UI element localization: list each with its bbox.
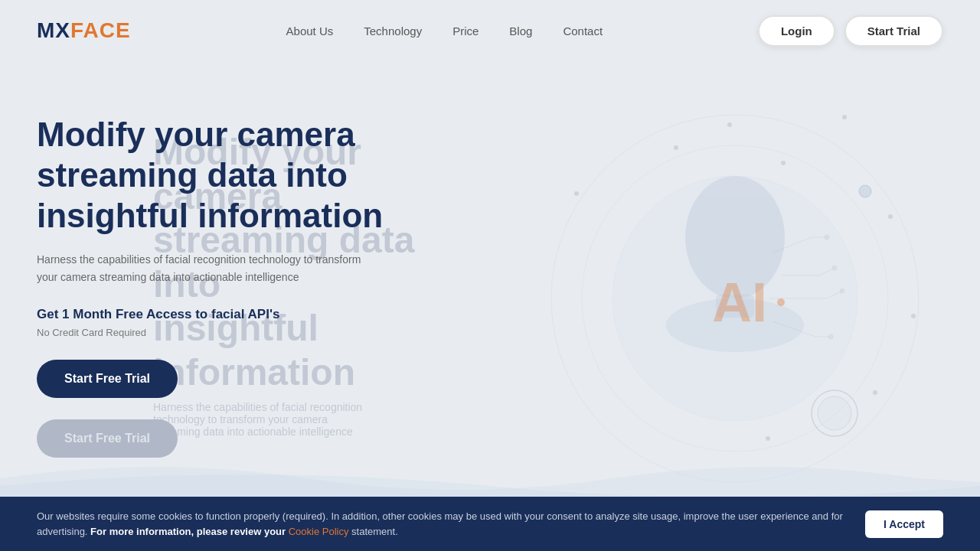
dot-2 (674, 145, 678, 150)
hero-title: Modify your camera streaming data into i… (37, 115, 435, 236)
dot-9 (574, 191, 579, 196)
cookie-text-bold: For more information, please review your (90, 526, 289, 537)
svg-point-12 (828, 334, 833, 339)
svg-point-5 (859, 185, 871, 197)
cookie-policy-link[interactable]: Cookie Policy (289, 526, 349, 537)
svg-point-11 (840, 289, 844, 293)
svg-point-10 (832, 266, 837, 270)
logo[interactable]: MXFACE (37, 18, 131, 43)
dot-3 (781, 161, 786, 165)
cta-buttons: Start Free Trial Start Free Trial (37, 360, 435, 458)
cookie-accept-button[interactable]: I Accept (865, 510, 943, 538)
dot-8 (766, 436, 770, 441)
svg-point-9 (825, 235, 829, 240)
header: MXFACE About Us Technology Price Blog Co… (0, 0, 980, 61)
ai-illustration-svg: AI (536, 99, 934, 497)
hero-offer-title: Get 1 Month Free Access to facial API's (37, 307, 435, 322)
dot-4 (842, 115, 847, 119)
cta-secondary-button[interactable]: Start Free Trial (37, 419, 178, 458)
start-trial-button[interactable]: Start Trial (844, 15, 943, 47)
hero-description: Harness the capabilities of facial recog… (37, 251, 366, 285)
nav-price[interactable]: Price (452, 24, 479, 37)
cta-primary-button[interactable]: Start Free Trial (37, 360, 178, 398)
hero-section: Modify your camerastreaming data intoins… (0, 61, 980, 505)
svg-point-4 (818, 396, 851, 430)
dot-5 (888, 214, 893, 219)
nav-about-us[interactable]: About Us (286, 24, 334, 37)
hero-content: Modify your camera streaming data into i… (37, 92, 435, 458)
dot-1 (727, 122, 732, 127)
login-button[interactable]: Login (758, 15, 835, 47)
cookie-text-end: statement. (351, 526, 398, 537)
ai-visual: AI (536, 99, 934, 497)
nav-blog[interactable]: Blog (509, 24, 532, 37)
svg-text:AI: AI (712, 272, 767, 333)
dot-7 (873, 390, 877, 395)
logo-text: MXFACE (37, 18, 131, 43)
hero-offer-subtitle: No Credit Card Required (37, 327, 435, 338)
main-nav: About Us Technology Price Blog Contact (286, 24, 603, 37)
svg-point-14 (777, 298, 785, 306)
logo-face: FACE (70, 18, 131, 42)
cookie-banner: Our websites require some cookies to fun… (0, 497, 980, 551)
dot-6 (911, 314, 916, 318)
header-buttons: Login Start Trial (758, 15, 943, 47)
nav-contact[interactable]: Contact (563, 24, 603, 37)
logo-mx: MX (37, 18, 70, 42)
nav-technology[interactable]: Technology (364, 24, 422, 37)
cookie-text: Our websites require some cookies to fun… (37, 509, 850, 539)
